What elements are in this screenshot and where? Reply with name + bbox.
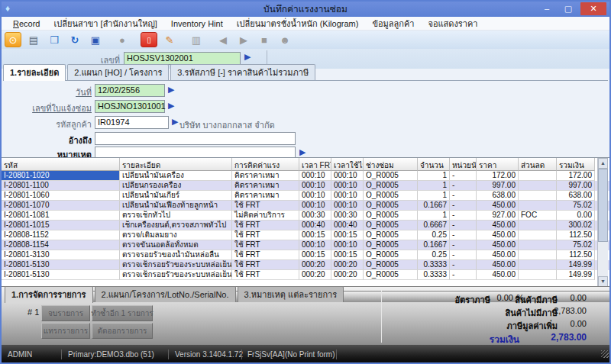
table-cell[interactable]: O_R0005 — [364, 221, 418, 230]
table-cell[interactable]: 1 — [418, 171, 450, 181]
table-cell[interactable] — [519, 270, 557, 280]
table-row[interactable]: I-20808-1154ตรวจขันนอตล้อทั้งหมดใช้ FRT0… — [2, 240, 609, 250]
table-cell[interactable]: - — [450, 211, 477, 221]
column-header-7[interactable]: จำนวน — [418, 158, 450, 171]
table-cell[interactable]: ใช้ FRT — [232, 201, 299, 211]
table-cell[interactable]: 000:15 — [331, 250, 364, 260]
table-cell[interactable]: O_R0005 — [364, 181, 418, 191]
table-cell[interactable]: - — [450, 260, 477, 270]
table-cell[interactable]: 000:30 — [299, 211, 331, 221]
table-cell[interactable]: I-20801-1100 — [2, 181, 120, 191]
refresh-icon[interactable]: ↻ — [66, 32, 83, 47]
new-document-icon[interactable]: ❒ — [46, 32, 63, 47]
table-cell[interactable]: เช็กเครื่องยนต์,ตรวจสภาพทั่วไป — [120, 221, 232, 230]
table-cell[interactable]: 638.00 — [477, 191, 519, 201]
table-cell[interactable]: 000:10 — [331, 201, 364, 211]
table-cell[interactable]: 450.00 — [477, 230, 519, 240]
table-cell[interactable]: I-20801-1020 — [2, 171, 120, 181]
table-cell[interactable]: 000:10 — [299, 201, 331, 211]
table-cell[interactable]: 000:10 — [299, 191, 331, 201]
scrollbar-thumb[interactable] — [598, 169, 608, 242]
table-cell[interactable]: ใช้ FRT — [232, 270, 299, 280]
table-cell[interactable]: 450.00 — [477, 201, 519, 211]
table-cell[interactable]: ไม่คิดค่าบริการ — [232, 211, 299, 221]
table-cell[interactable]: 1 — [418, 211, 450, 221]
table-cell[interactable]: FOC — [519, 211, 557, 221]
table-cell[interactable] — [519, 260, 557, 270]
table-cell[interactable]: 450.00 — [477, 250, 519, 260]
print-icon[interactable]: ▤ — [25, 32, 42, 47]
table-cell[interactable]: 450.00 — [477, 260, 519, 270]
table-cell[interactable]: 450.00 — [477, 221, 519, 230]
table-cell[interactable] — [519, 240, 557, 250]
menu-item-5[interactable]: ข้อมูลลูกค้า — [365, 17, 421, 31]
minimize-button[interactable]: – — [538, 2, 556, 15]
column-header-4[interactable]: เวลา FRT — [299, 158, 331, 171]
table-cell[interactable]: 112.50 — [557, 230, 595, 240]
table-cell[interactable] — [519, 171, 557, 181]
table-cell[interactable]: 112.50 — [557, 250, 595, 260]
table-cell[interactable] — [519, 250, 557, 260]
table-cell[interactable]: เปลี่ยนน้ำมันเกียร์ — [120, 191, 232, 201]
table-cell[interactable]: I-20808-1154 — [2, 240, 120, 250]
table-cell[interactable]: 0.3333 — [418, 270, 450, 280]
table-cell[interactable]: ตรวจ/เติมลมยาง — [120, 230, 232, 240]
scroll-up-icon[interactable]: ▲ — [598, 158, 608, 169]
table-row[interactable]: I-20801-5130ตรวจเช็กรอยรั่วของระบบหล่อเย… — [2, 260, 609, 270]
table-cell[interactable]: ตรวจเช็กรอยรั่วของระบบหล่อเย็น — [120, 270, 232, 280]
table-cell[interactable]: - — [450, 240, 477, 250]
column-header-10[interactable]: ส่วนลด — [519, 158, 557, 171]
table-cell[interactable]: 000:40 — [299, 221, 331, 230]
table-cell[interactable]: 000:15 — [299, 250, 331, 260]
table-row[interactable]: I-20801-1100เปลี่ยนกรองเครื่องคิดราคาเหม… — [2, 181, 609, 191]
maximize-button[interactable]: ▢ — [559, 2, 577, 15]
table-cell[interactable]: 300.02 — [557, 221, 595, 230]
table-cell[interactable]: 000:15 — [331, 230, 364, 240]
job-no-field[interactable]: HOSJNO1301001 — [95, 100, 165, 113]
table-cell[interactable]: I-20801-3130 — [2, 250, 120, 260]
table-cell[interactable]: O_R0005 — [364, 270, 418, 280]
table-cell[interactable]: เปลี่ยนน้ำมันเครื่อง — [120, 171, 232, 181]
table-cell[interactable]: 000:20 — [331, 270, 364, 280]
column-header-6[interactable]: ช่างซ่อม — [364, 158, 418, 171]
table-cell[interactable]: - — [450, 221, 477, 230]
table-cell[interactable]: 0.00 — [557, 211, 595, 221]
table-cell[interactable]: I-20801-1015 — [2, 221, 120, 230]
table-cell[interactable] — [519, 181, 557, 191]
table-cell[interactable]: 000:20 — [299, 270, 331, 280]
close-button[interactable]: ✕ — [580, 2, 606, 15]
table-cell[interactable]: 000:10 — [299, 181, 331, 191]
table-row[interactable]: I-20801-5130ตรวจเช็กรอยรั่วของระบบหล่อเย… — [2, 270, 609, 280]
table-row[interactable]: I-20801-1060เปลี่ยนน้ำมันเกียร์คิดราคาเห… — [2, 191, 609, 201]
table-cell[interactable]: O_R0005 — [364, 250, 418, 260]
table-row[interactable]: I-20801-3130ตรวจรอยรั่วของน้ำมันหล่อลื่น… — [2, 250, 609, 260]
table-cell[interactable]: 000:10 — [299, 240, 331, 250]
table-cell[interactable]: 638.00 — [557, 191, 595, 201]
job-no-lookup-icon[interactable]: ▶ — [168, 101, 174, 111]
table-cell[interactable]: 000:10 — [331, 181, 364, 191]
table-cell[interactable]: ตรวจเช็กทั่วไป — [120, 211, 232, 221]
table-cell[interactable]: 000:10 — [299, 171, 331, 181]
table-row[interactable]: I-20801-1070เปลี่ยนน้ำมันเฟืองท้ายลูกหน้… — [2, 201, 609, 211]
table-cell[interactable]: O_R0005 — [364, 191, 418, 201]
table-cell[interactable]: ใช้ FRT — [232, 221, 299, 230]
table-cell[interactable]: 1 — [418, 181, 450, 191]
table-cell[interactable]: - — [450, 270, 477, 280]
menu-item-1[interactable]: Record — [6, 19, 47, 28]
table-cell[interactable]: I-20801-5130 — [2, 260, 120, 270]
menu-item-6[interactable]: จอแสดงราคา — [421, 17, 484, 31]
resize-grip[interactable] — [601, 350, 609, 358]
table-cell[interactable]: 450.00 — [477, 270, 519, 280]
table-cell[interactable]: คิดราคาเหมา — [232, 191, 299, 201]
table-cell[interactable]: 149.99 — [557, 260, 595, 270]
table-cell[interactable]: ใช้ FRT — [232, 260, 299, 270]
table-cell[interactable]: ตรวจเช็กรอยรั่วของระบบหล่อเย็น — [120, 260, 232, 270]
table-cell[interactable]: 0.1667 — [418, 240, 450, 250]
table-cell[interactable]: 000:20 — [331, 260, 364, 270]
table-cell[interactable]: O_R0005 — [364, 260, 418, 270]
table-cell[interactable]: - — [450, 250, 477, 260]
table-cell[interactable]: - — [450, 181, 477, 191]
table-cell[interactable]: I-20801-1070 — [2, 201, 120, 211]
table-cell[interactable]: 1 — [418, 191, 450, 201]
table-cell[interactable]: - — [450, 191, 477, 201]
